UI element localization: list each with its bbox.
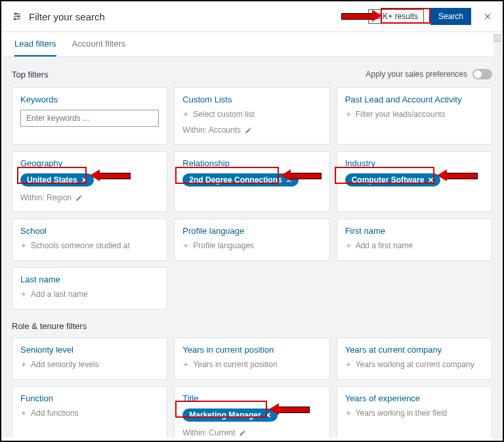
geography-within-label: Within: Region [20, 193, 72, 202]
card-pastlead: Past Lead and Account Activity Filter yo… [337, 87, 492, 144]
add-function-label: Add functions [31, 409, 79, 418]
title-within: Within: Current [182, 428, 321, 437]
chip-relationship-label: 2nd Degree Connections [189, 175, 282, 185]
filter-tabs: Lead filters Account filters [1, 32, 503, 57]
card-customlists: Custom Lists Select custom list Within: … [174, 87, 329, 144]
plus-icon [345, 361, 352, 368]
filter-content: Top filters Apply your sales preferences… [1, 57, 503, 437]
add-pastlead-label: Filter your leads/accounts [356, 110, 446, 119]
plus-icon [345, 111, 352, 118]
chip-relationship[interactable]: 2nd Degree Connections ✕ [182, 173, 298, 187]
plus-icon [182, 111, 189, 118]
add-yearsexp[interactable]: Years working in their field [345, 409, 484, 418]
add-seniority-label: Add seniority levels [31, 360, 98, 369]
role-filters-grid: Seniority level Add seniority levels Yea… [12, 338, 492, 437]
add-profilelang[interactable]: Profile languages [182, 241, 321, 250]
sales-prefs-toggle[interactable] [472, 69, 492, 79]
card-relationship: Relationship 2nd Degree Connections ✕ [174, 151, 329, 212]
card-title-school: School [20, 226, 159, 236]
keywords-input[interactable] [20, 110, 159, 127]
geography-within: Within: Region [20, 193, 159, 202]
plus-icon [182, 242, 189, 249]
card-title-filter: Title Marketing Manager ✕ Within: Curren… [174, 386, 329, 437]
card-title-seniority: Seniority level [20, 345, 159, 355]
chip-relationship-remove[interactable]: ✕ [286, 176, 292, 185]
card-seniority: Seniority level Add seniority levels [12, 338, 167, 380]
chip-title[interactable]: Marketing Manager ✕ [182, 409, 277, 422]
add-firstname[interactable]: Add a first name [345, 241, 484, 250]
card-title-pastlead: Past Lead and Account Activity [345, 95, 484, 104]
card-title-customlists: Custom Lists [182, 95, 321, 104]
scrollbar-up-icon[interactable] [494, 34, 501, 42]
chip-geography[interactable]: United States ✕ [20, 173, 94, 187]
title-within-label: Within: Current [182, 428, 235, 437]
chip-industry-label: Computer Software [352, 175, 425, 185]
card-title-geography: Geography [20, 158, 159, 168]
card-title-keywords: Keywords [20, 95, 159, 104]
add-pastlead[interactable]: Filter your leads/accounts [345, 110, 484, 119]
add-firstname-label: Add a first name [356, 241, 413, 250]
add-lastname[interactable]: Add a last name [20, 290, 159, 299]
chip-title-label: Marketing Manager [189, 410, 261, 420]
card-yearspos: Years in current position Years in curre… [174, 338, 329, 380]
sales-prefs-label: Apply your sales preferences [366, 70, 467, 79]
pencil-icon[interactable] [245, 127, 252, 134]
card-lastname: Last name Add a last name [12, 267, 167, 309]
add-yearscomp[interactable]: Years working at current company [345, 360, 484, 369]
customlists-within-label: Within: Accounts [182, 125, 241, 135]
plus-icon [20, 291, 27, 298]
card-title-profilelang: Profile language [182, 226, 321, 236]
plus-icon [345, 410, 352, 416]
plus-icon [20, 410, 27, 416]
search-button[interactable]: Search [430, 8, 471, 25]
top-filters-grid: Keywords Custom Lists Select custom list… [12, 87, 492, 309]
top-filters-title: Top filters [12, 70, 49, 79]
pencil-icon[interactable] [75, 194, 83, 202]
plus-icon [20, 361, 27, 368]
add-yearspos-label: Years in current position [193, 360, 277, 369]
plus-icon [182, 361, 189, 368]
card-yearsexp: Years of experience Years working in the… [337, 386, 492, 437]
card-title-title: Title [182, 393, 321, 403]
card-school: School Schools someone studied at [12, 219, 167, 261]
chip-title-remove[interactable]: ✕ [265, 411, 271, 420]
pencil-icon[interactable] [239, 430, 246, 437]
add-yearscomp-label: Years working at current company [356, 360, 474, 369]
card-firstname: First name Add a first name [337, 219, 492, 261]
card-geography: Geography United States ✕ Within: Region [12, 151, 167, 212]
add-function[interactable]: Add functions [20, 409, 159, 418]
add-yearsexp-label: Years working in their field [356, 409, 448, 418]
plus-icon [20, 242, 27, 249]
add-school-label: Schools someone studied at [31, 241, 130, 250]
results-count: 13K+ results [368, 9, 424, 24]
close-icon[interactable] [483, 12, 492, 21]
role-tenure-title: Role & tenure filters [12, 309, 492, 338]
card-title-yearsexp: Years of experience [345, 393, 484, 403]
add-profilelang-label: Profile languages [193, 241, 254, 250]
customlists-within: Within: Accounts [182, 125, 321, 135]
chip-industry[interactable]: Computer Software ✕ [345, 173, 441, 187]
chip-geography-remove[interactable]: ✕ [81, 176, 87, 185]
top-filters-header: Top filters Apply your sales preferences [12, 65, 492, 87]
card-yearscomp: Years at current company Years working a… [337, 338, 492, 380]
tab-lead-filters[interactable]: Lead filters [14, 32, 56, 56]
add-lastname-label: Add a last name [31, 290, 88, 299]
card-title-relationship: Relationship [182, 158, 321, 168]
card-keywords: Keywords [12, 87, 167, 144]
card-title-firstname: First name [345, 226, 484, 236]
tab-account-filters[interactable]: Account filters [72, 32, 126, 56]
add-yearspos[interactable]: Years in current position [182, 360, 321, 369]
card-title-yearspos: Years in current position [182, 345, 321, 355]
card-title-yearscomp: Years at current company [345, 345, 484, 355]
filter-icon [12, 11, 22, 22]
add-seniority[interactable]: Add seniority levels [20, 360, 159, 369]
chip-industry-remove[interactable]: ✕ [428, 176, 434, 185]
add-customlist[interactable]: Select custom list [182, 110, 321, 119]
card-function: Function Add functions [12, 386, 167, 437]
card-title-lastname: Last name [20, 275, 159, 284]
card-profilelang: Profile language Profile languages [174, 219, 329, 261]
scrollbar[interactable] [494, 34, 501, 439]
page-title: Filter your search [29, 11, 362, 22]
add-customlist-label: Select custom list [193, 110, 254, 119]
add-school[interactable]: Schools someone studied at [20, 241, 159, 250]
